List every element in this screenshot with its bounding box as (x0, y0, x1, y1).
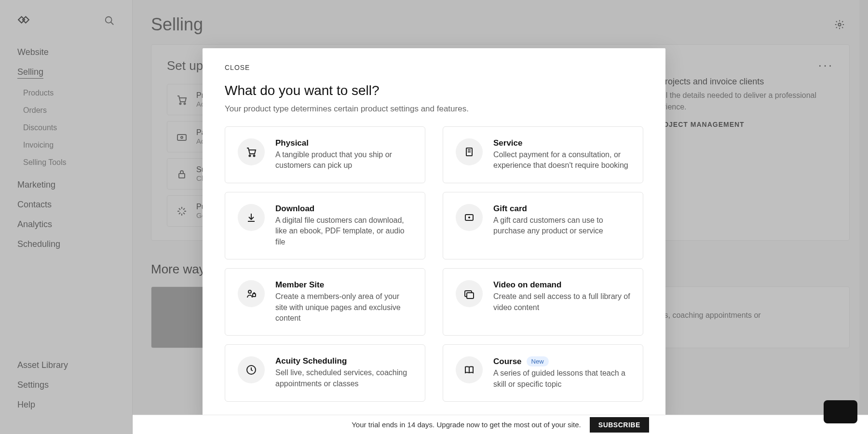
gift-card-icon (456, 204, 483, 231)
option-course[interactable]: CourseNew A series of guided lessons tha… (443, 344, 643, 402)
svg-rect-13 (253, 294, 256, 297)
option-download[interactable]: DownloadA digital file customers can dow… (225, 192, 425, 259)
modal-subtitle: Your product type determines certain pro… (225, 104, 643, 114)
svg-point-8 (249, 155, 251, 157)
option-acuity[interactable]: Acuity SchedulingSell live, scheduled se… (225, 344, 425, 402)
svg-point-12 (248, 290, 251, 293)
member-icon (238, 280, 265, 307)
option-service[interactable]: ServiceCollect payment for a consultatio… (443, 126, 643, 183)
option-physical[interactable]: PhysicalA tangible product that you ship… (225, 126, 425, 183)
cart-icon (238, 138, 265, 165)
modal-title: What do you want to sell? (225, 83, 643, 98)
option-member-site[interactable]: Member SiteCreate a members-only area of… (225, 268, 425, 336)
trial-banner: Your trial ends in 14 days. Upgrade now … (133, 415, 868, 434)
svg-rect-15 (467, 293, 474, 298)
service-icon (456, 138, 483, 165)
option-video[interactable]: Video on demandCreate and sell access to… (443, 268, 643, 336)
download-icon (238, 204, 265, 231)
video-icon (456, 280, 483, 307)
course-icon (456, 356, 483, 383)
help-fab[interactable] (824, 400, 857, 423)
trial-text: Your trial ends in 14 days. Upgrade now … (352, 420, 581, 429)
modal-overlay[interactable]: Close What do you want to sell? Your pro… (0, 0, 868, 434)
option-gift-card[interactable]: Gift cardA gift card customers can use t… (443, 192, 643, 259)
product-type-modal: Close What do you want to sell? Your pro… (203, 48, 665, 422)
svg-point-9 (254, 155, 255, 157)
close-button[interactable]: Close (225, 64, 643, 71)
clock-icon (238, 356, 265, 383)
new-badge: New (527, 356, 549, 366)
subscribe-button[interactable]: SUBSCRIBE (590, 417, 649, 433)
